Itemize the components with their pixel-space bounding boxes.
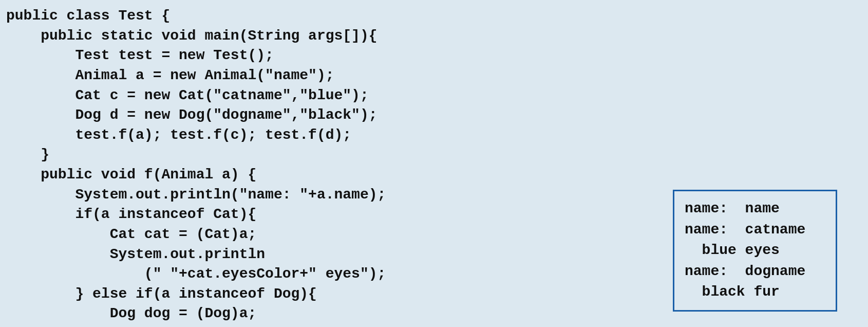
code-line-1: public static void main(String args[]){	[6, 26, 862, 46]
code-line-8: public void f(Animal a) {	[6, 165, 862, 185]
code-line-7: }	[6, 145, 862, 165]
output-line-1: name: catname	[685, 220, 825, 241]
code-line-5: Dog d = new Dog("dogname","black");	[6, 105, 862, 125]
code-line-4: Cat c = new Cat("catname","blue");	[6, 86, 862, 106]
output-box: name: namename: catname blue eyesname: d…	[673, 190, 837, 312]
code-line-2: Test test = new Test();	[6, 46, 862, 66]
output-line-4: black fur	[685, 282, 825, 303]
code-line-16: System.out.println	[6, 324, 862, 327]
code-line-3: Animal a = new Animal("name");	[6, 66, 862, 86]
code-line-6: test.f(a); test.f(c); test.f(d);	[6, 125, 862, 146]
code-line-0: public class Test {	[6, 6, 862, 26]
main-container: public class Test { public static void m…	[0, 0, 868, 327]
output-line-3: name: dogname	[685, 261, 825, 282]
output-line-0: name: name	[685, 198, 825, 220]
output-line-2: blue eyes	[685, 240, 825, 261]
